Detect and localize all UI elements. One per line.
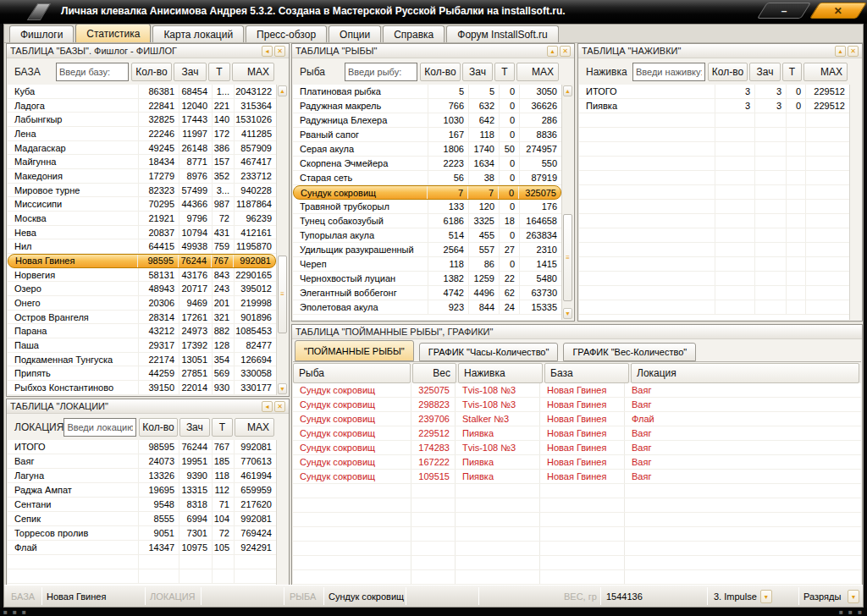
column-header-base[interactable]: База — [544, 363, 629, 383]
table-row[interactable]: Раджа Ампат 19695 13315 112 659959 — [8, 483, 276, 498]
locations-search-input[interactable] — [64, 418, 136, 437]
column-header-fish[interactable]: Рыба — [293, 363, 411, 383]
table-row[interactable] — [579, 171, 849, 185]
table-row[interactable] — [579, 257, 849, 272]
tab-location-map[interactable]: Карта локаций — [152, 25, 244, 42]
tab-options[interactable]: Опции — [329, 25, 381, 42]
table-row[interactable]: Остров Врангеля 28314 17261 321 901896 — [8, 311, 276, 325]
baits-collapse-button[interactable]: ▴ — [835, 46, 846, 57]
column-header-max[interactable]: MAX — [232, 63, 274, 81]
table-row[interactable]: Сундук сокровищ 174283 Tvis-108 №3 Новая… — [293, 441, 861, 455]
table-row[interactable]: Сундук сокровищ 109515 Пиявка Новая Гвин… — [293, 470, 861, 484]
table-row[interactable] — [579, 272, 849, 286]
column-header-max[interactable]: MAX — [803, 63, 848, 81]
column-header-count[interactable]: Кол-во — [708, 63, 748, 81]
table-row[interactable]: ИТОГО 98595 76244 767 992081 — [8, 440, 276, 454]
fish-scrollbar[interactable]: ▲ ≡ ▼ — [561, 85, 573, 320]
scroll-thumb[interactable]: ≡ — [563, 214, 572, 301]
column-header-weight[interactable]: Вес — [412, 363, 456, 383]
tab-statistics[interactable]: Статистика — [75, 24, 151, 42]
table-row[interactable]: Рыбхоз Константиново 39150 22014 930 330… — [8, 381, 276, 395]
table-row[interactable] — [579, 142, 849, 157]
column-header-zach[interactable]: Зач — [174, 63, 207, 81]
table-row[interactable]: Старая сеть 56 38 0 87919 — [293, 171, 561, 185]
table-row[interactable]: Тунец собакозубый 6186 3325 18 164658 — [293, 214, 561, 228]
table-row[interactable]: Сундук сокровищ 298823 Tvis-108 №3 Новая… — [293, 398, 861, 412]
tab-fishlogs[interactable]: Фишлоги — [9, 25, 74, 42]
table-row[interactable]: Паша 29317 17392 128 82477 — [8, 338, 276, 353]
baits-search-input[interactable] — [632, 63, 705, 81]
column-header-count[interactable]: Кол-во — [131, 63, 172, 81]
table-row[interactable]: Эполетовая акула 923 844 24 15335 — [293, 300, 561, 315]
table-row[interactable]: Сундук сокровищ 239706 Stalker №3 Новая … — [293, 412, 861, 426]
column-header-count[interactable]: Кол-во — [420, 63, 461, 81]
table-row[interactable]: Сундук сокровищ 229512 Пиявка Новая Гвин… — [293, 426, 861, 441]
table-row[interactable]: Нил 64415 49938 759 1195870 — [8, 239, 276, 254]
bases-scrollbar[interactable]: ▲ ≡ ▼ — [276, 85, 288, 395]
bases-close-button[interactable]: ✕ — [274, 46, 285, 57]
fish-search-input[interactable] — [345, 63, 417, 81]
locations-collapse-button[interactable]: ◂ — [262, 401, 273, 412]
table-row[interactable]: Онего 20306 9469 201 219998 — [8, 296, 276, 311]
tab-graph-hours-count[interactable]: ГРАФИК "Часы-Количество" — [419, 343, 559, 361]
minimize-button[interactable]: – — [757, 3, 811, 19]
table-row[interactable]: Удильщик разукрашенный 2564 557 27 2310 — [293, 243, 561, 257]
column-header-zach[interactable]: Зач — [749, 63, 781, 81]
table-row[interactable] — [579, 286, 849, 300]
tab-forum[interactable]: Форум InstallSoft.ru — [446, 25, 558, 42]
table-row[interactable] — [293, 513, 861, 527]
table-row[interactable]: Лагуна 13326 9390 118 461994 — [8, 469, 276, 483]
table-row[interactable]: Сундук сокровищ 325075 Tvis-108 №3 Новая… — [293, 383, 861, 398]
scroll-down-icon[interactable]: ▼ — [278, 383, 287, 394]
chevron-down-icon[interactable]: ▾ — [760, 590, 772, 603]
table-row[interactable]: Флай 14347 10975 105 924291 — [8, 541, 276, 555]
table-row[interactable] — [579, 243, 849, 257]
table-row[interactable]: Рваный сапог 167 118 0 8836 — [293, 128, 561, 142]
column-header-max[interactable]: MAX — [235, 418, 274, 437]
scroll-thumb[interactable]: ≡ — [278, 256, 287, 333]
table-row[interactable] — [293, 542, 861, 556]
table-row[interactable]: Москва 21921 9796 72 96239 — [8, 212, 276, 226]
column-header-zach[interactable]: Зач — [179, 418, 211, 437]
table-row[interactable] — [579, 185, 849, 200]
table-row[interactable]: Майгунна 18434 8771 157 467417 — [8, 155, 276, 169]
table-row[interactable]: Подкаменная Тунгуска 22174 13051 354 126… — [8, 353, 276, 367]
table-row[interactable]: Травяной трубкорыл 133 120 0 176 — [293, 200, 561, 214]
table-row[interactable]: Ладога 22841 12040 221 315364 — [8, 99, 276, 113]
table-row[interactable]: Мировое турне 82323 57499 3... 940228 — [8, 184, 276, 198]
chevron-down-icon[interactable]: ▾ — [848, 590, 859, 603]
tab-caught-fish[interactable]: "ПОЙМАННЫЕ РЫБЫ" — [295, 340, 414, 361]
tab-graph-weight-count[interactable]: ГРАФИК "Вес-Количество" — [563, 343, 696, 361]
fish-collapse-button[interactable]: ▴ — [547, 46, 558, 57]
tab-press-review[interactable]: Пресс-обзор — [246, 25, 327, 42]
table-row[interactable]: Пиявка 3 3 0 229512 — [579, 99, 849, 113]
table-row[interactable]: Элегантный воббегонг 4742 4496 62 63730 — [293, 286, 561, 300]
table-row[interactable]: Радужная макрель 766 632 0 36626 — [293, 99, 561, 113]
table-row[interactable]: Новая Гвинея 98595 76244 767 992081 — [8, 254, 276, 268]
bases-search-input[interactable] — [56, 63, 129, 81]
table-row[interactable]: Куба 86381 68454 1... 2043122 — [8, 85, 276, 99]
scroll-down-icon[interactable]: ▼ — [563, 308, 572, 319]
bases-collapse-button[interactable]: ◂ — [262, 46, 273, 57]
table-row[interactable] — [579, 228, 849, 243]
table-row[interactable]: Парана 43212 24973 882 1085453 — [8, 324, 276, 338]
scroll-up-icon[interactable]: ▲ — [563, 85, 572, 96]
table-row[interactable]: Мадагаскар 49245 26148 386 857909 — [8, 141, 276, 156]
column-header-t[interactable]: Т — [494, 63, 515, 81]
table-row[interactable]: Миссисипи 70295 44366 987 1187864 — [8, 197, 276, 212]
locations-close-button[interactable]: ✕ — [274, 401, 285, 412]
table-row[interactable]: ИТОГО 3 3 0 229512 — [579, 85, 849, 99]
baits-close-button[interactable]: ✕ — [848, 46, 859, 57]
table-row[interactable] — [579, 113, 849, 128]
table-row[interactable]: Череп 118 86 0 1415 — [293, 257, 561, 272]
table-row[interactable] — [8, 555, 276, 569]
column-header-max[interactable]: MAX — [516, 63, 559, 81]
tab-help[interactable]: Справка — [383, 25, 445, 42]
table-row[interactable]: Озеро 48943 20717 243 395012 — [8, 282, 276, 296]
table-row[interactable] — [579, 200, 849, 214]
column-header-count[interactable]: Кол-во — [139, 418, 177, 437]
table-row[interactable]: Платиновая рыбка 5 5 0 3050 — [293, 85, 561, 99]
table-row[interactable]: Сундук сокровищ 7 7 0 325075 — [293, 185, 561, 200]
table-row[interactable]: Сепик 8555 6994 104 992081 — [8, 512, 276, 526]
table-row[interactable]: Торресов пролив 9051 7301 72 769424 — [8, 526, 276, 541]
